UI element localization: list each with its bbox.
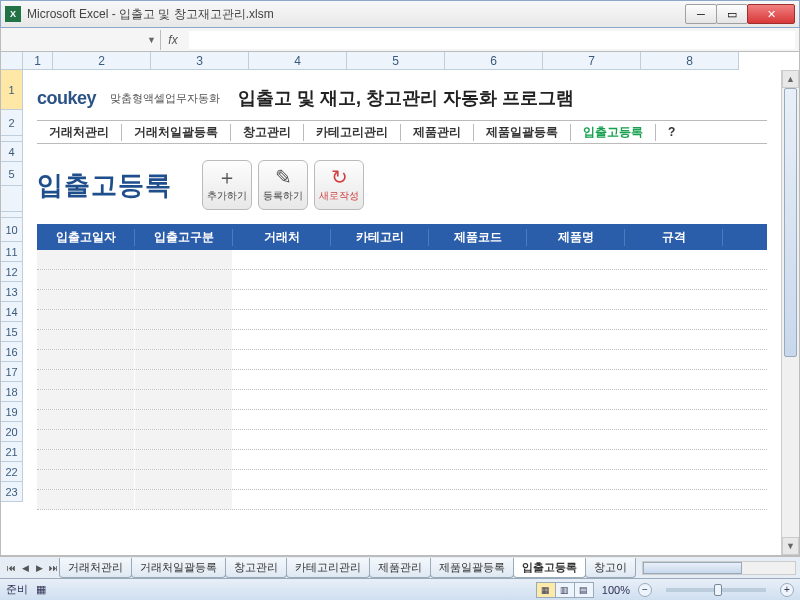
table-cell[interactable] xyxy=(527,370,625,389)
column-header[interactable]: 2 xyxy=(53,52,151,70)
table-cell[interactable] xyxy=(527,250,625,269)
table-cell[interactable] xyxy=(625,470,723,489)
table-cell[interactable] xyxy=(429,310,527,329)
table-cell[interactable] xyxy=(233,350,331,369)
table-row[interactable] xyxy=(37,430,767,450)
table-cell[interactable] xyxy=(233,430,331,449)
nav-item[interactable]: ? xyxy=(656,125,687,139)
table-cell[interactable] xyxy=(429,350,527,369)
table-cell[interactable] xyxy=(625,310,723,329)
table-cell[interactable] xyxy=(527,470,625,489)
table-cell[interactable] xyxy=(625,410,723,429)
table-cell[interactable] xyxy=(233,490,331,509)
sheet-tab[interactable]: 창고이 xyxy=(585,558,636,578)
table-cell[interactable] xyxy=(527,490,625,509)
table-cell[interactable] xyxy=(37,390,135,409)
table-cell[interactable] xyxy=(135,290,233,309)
table-cell[interactable] xyxy=(37,290,135,309)
table-cell[interactable] xyxy=(331,310,429,329)
table-cell[interactable] xyxy=(135,390,233,409)
table-cell[interactable] xyxy=(331,430,429,449)
row-header[interactable]: 17 xyxy=(1,362,23,382)
nav-item[interactable]: 거래처일괄등록 xyxy=(122,124,231,141)
row-header[interactable]: 16 xyxy=(1,342,23,362)
row-header[interactable]: 13 xyxy=(1,282,23,302)
table-row[interactable] xyxy=(37,250,767,270)
page-layout-view-button[interactable]: ▥ xyxy=(555,582,575,598)
register-button[interactable]: ✎등록하기 xyxy=(258,160,308,210)
table-cell[interactable] xyxy=(429,270,527,289)
row-header[interactable]: 12 xyxy=(1,262,23,282)
table-cell[interactable] xyxy=(37,450,135,469)
table-cell[interactable] xyxy=(625,330,723,349)
sheet-tab[interactable]: 제품일괄등록 xyxy=(430,558,514,578)
row-header[interactable]: 19 xyxy=(1,402,23,422)
table-cell[interactable] xyxy=(233,290,331,309)
table-row[interactable] xyxy=(37,490,767,510)
row-header[interactable]: 22 xyxy=(1,462,23,482)
column-header[interactable]: 6 xyxy=(445,52,543,70)
table-row[interactable] xyxy=(37,370,767,390)
table-cell[interactable] xyxy=(429,250,527,269)
close-button[interactable]: ✕ xyxy=(747,4,795,24)
table-cell[interactable] xyxy=(331,370,429,389)
table-cell[interactable] xyxy=(625,350,723,369)
table-cell[interactable] xyxy=(429,330,527,349)
row-header[interactable]: 4 xyxy=(1,142,23,162)
zoom-level[interactable]: 100% xyxy=(602,584,630,596)
table-cell[interactable] xyxy=(233,270,331,289)
table-cell[interactable] xyxy=(233,370,331,389)
row-header[interactable]: 10 xyxy=(1,218,23,242)
sheet-tab[interactable]: 입출고등록 xyxy=(513,558,586,578)
table-cell[interactable] xyxy=(625,290,723,309)
macro-icon[interactable]: ▦ xyxy=(36,583,46,596)
table-cell[interactable] xyxy=(233,470,331,489)
row-header[interactable]: 23 xyxy=(1,482,23,502)
vertical-scrollbar[interactable]: ▲ ▼ xyxy=(781,70,799,555)
fx-icon[interactable]: fx xyxy=(161,33,185,47)
sheet-tab[interactable]: 창고관리 xyxy=(225,558,287,578)
table-cell[interactable] xyxy=(37,350,135,369)
table-cell[interactable] xyxy=(331,450,429,469)
table-cell[interactable] xyxy=(429,450,527,469)
sheet-tab[interactable]: 카테고리관리 xyxy=(286,558,370,578)
horizontal-scrollbar[interactable] xyxy=(642,561,796,575)
table-cell[interactable] xyxy=(37,270,135,289)
zoom-out-button[interactable]: − xyxy=(638,583,652,597)
table-cell[interactable] xyxy=(429,430,527,449)
table-cell[interactable] xyxy=(233,330,331,349)
nav-item[interactable]: 거래처관리 xyxy=(37,124,122,141)
column-header[interactable]: 4 xyxy=(249,52,347,70)
table-cell[interactable] xyxy=(527,410,625,429)
select-all-corner[interactable] xyxy=(1,52,23,70)
page-break-view-button[interactable]: ▤ xyxy=(574,582,594,598)
table-cell[interactable] xyxy=(625,430,723,449)
table-cell[interactable] xyxy=(135,470,233,489)
tab-last-icon[interactable]: ⏭ xyxy=(46,561,60,575)
nav-item[interactable]: 제품관리 xyxy=(401,124,474,141)
table-cell[interactable] xyxy=(625,250,723,269)
table-cell[interactable] xyxy=(527,270,625,289)
table-cell[interactable] xyxy=(135,450,233,469)
zoom-thumb[interactable] xyxy=(714,584,722,596)
nav-item[interactable]: 입출고등록 xyxy=(571,124,656,141)
table-cell[interactable] xyxy=(331,350,429,369)
row-header[interactable]: 2 xyxy=(1,110,23,136)
table-row[interactable] xyxy=(37,450,767,470)
table-cell[interactable] xyxy=(527,450,625,469)
table-cell[interactable] xyxy=(135,270,233,289)
table-cell[interactable] xyxy=(135,330,233,349)
scroll-up-icon[interactable]: ▲ xyxy=(782,70,799,88)
row-header[interactable]: 1 xyxy=(1,70,23,110)
table-cell[interactable] xyxy=(233,310,331,329)
minimize-button[interactable]: ─ xyxy=(685,4,717,24)
row-header[interactable]: 5 xyxy=(1,162,23,186)
column-header[interactable]: 8 xyxy=(641,52,739,70)
table-cell[interactable] xyxy=(527,430,625,449)
table-cell[interactable] xyxy=(233,450,331,469)
row-header[interactable]: 15 xyxy=(1,322,23,342)
table-cell[interactable] xyxy=(331,410,429,429)
hscroll-thumb[interactable] xyxy=(643,562,742,574)
row-header[interactable]: 18 xyxy=(1,382,23,402)
scroll-down-icon[interactable]: ▼ xyxy=(782,537,799,555)
